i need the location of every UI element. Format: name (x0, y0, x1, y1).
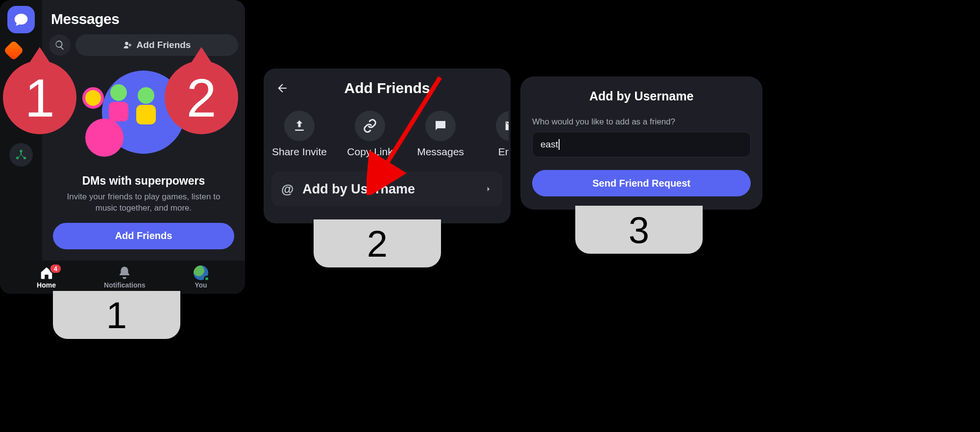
copy-link-label: Copy Link (347, 146, 392, 158)
share-row: Share Invite Copy Link Messages Email Me… (266, 111, 509, 158)
tab-home-label: Home (37, 281, 56, 289)
username-input-value: east (540, 139, 558, 150)
server-hub-button[interactable] (9, 143, 33, 167)
step-label-2: 2 (314, 219, 441, 267)
share-email[interactable]: Email (484, 111, 509, 158)
share-icon (292, 119, 307, 133)
home-badge: 4 (49, 264, 62, 274)
back-button[interactable] (274, 80, 290, 96)
add-friends-cta[interactable]: Add Friends (53, 223, 234, 249)
bell-icon (117, 265, 132, 280)
share-messages[interactable]: Messages (414, 111, 467, 158)
callout-label: 2 (186, 67, 216, 129)
add-by-username-row[interactable]: @ Add by Username (271, 171, 503, 207)
at-icon: @ (281, 182, 294, 197)
bottom-tabbar: 4 Home Notifications You (0, 261, 245, 294)
share-email-label: Email (498, 146, 509, 158)
copy-link[interactable]: Copy Link (343, 111, 397, 158)
server-item[interactable] (3, 40, 24, 61)
arrow-left-icon (276, 82, 289, 95)
annotation-callout-1: 1 (3, 61, 76, 134)
hero-accent-2 (82, 87, 104, 109)
sheet-title: Add by Username (532, 89, 751, 103)
email-icon (504, 119, 509, 133)
tab-you-label: You (195, 281, 207, 289)
link-icon (363, 119, 377, 133)
avatar (194, 265, 208, 280)
tab-notifications[interactable]: Notifications (104, 265, 146, 289)
prompt-text: Who would you like to add as a friend? (532, 117, 751, 127)
hero-character-2 (132, 87, 160, 126)
share-invite-label: Share Invite (272, 146, 327, 158)
server-rail (0, 0, 42, 294)
add-friends-pill-label: Add Friends (137, 40, 191, 50)
add-friends-cta-label: Add Friends (115, 230, 172, 241)
step-number: 2 (367, 222, 388, 265)
tab-home[interactable]: 4 Home (37, 265, 56, 289)
add-friends-sheet: Add Friends Share Invite Copy Link Messa… (264, 69, 511, 223)
messages-main: Messages Add Friends DMs with superpower… (42, 0, 245, 294)
chat-bubble-icon (13, 12, 29, 27)
step-number: 1 (106, 294, 127, 336)
hero-character-1 (104, 84, 133, 123)
tab-notifications-label: Notifications (104, 281, 146, 289)
add-by-username-label: Add by Username (302, 182, 415, 197)
presence-dot (204, 276, 210, 282)
svg-point-0 (20, 150, 22, 152)
hub-icon (15, 148, 27, 161)
tab-you[interactable]: You (194, 265, 208, 289)
sheet-header: Add Friends (266, 77, 509, 99)
annotation-callout-2: 2 (165, 61, 238, 134)
step-label-1: 1 (53, 291, 180, 339)
share-messages-label: Messages (417, 146, 464, 158)
add-friend-icon (123, 40, 133, 50)
sheet-title: Add Friends (344, 80, 430, 96)
share-invite[interactable]: Share Invite (272, 111, 326, 158)
chevron-right-icon (484, 182, 493, 197)
username-input[interactable]: east (532, 132, 751, 157)
send-friend-request-button[interactable]: Send Friend Request (532, 170, 751, 196)
text-cursor (559, 139, 560, 150)
add-by-username-sheet: Add by Username Who would you like to ad… (520, 76, 762, 210)
svg-point-1 (16, 157, 19, 159)
callout-label: 1 (24, 67, 54, 129)
hero-accent-1 (85, 119, 123, 157)
search-icon (54, 40, 65, 50)
svg-point-2 (24, 157, 26, 159)
messages-screen: Messages Add Friends DMs with superpower… (0, 0, 245, 294)
send-label: Send Friend Request (592, 178, 690, 189)
step-number: 3 (629, 209, 649, 251)
hero-description: Invite your friends to play games, liste… (58, 192, 229, 214)
page-title: Messages (51, 11, 238, 27)
hero-title: DMs with superpowers (49, 174, 238, 188)
messages-icon (433, 119, 448, 133)
dm-home-button[interactable] (7, 6, 35, 33)
step-label-3: 3 (575, 206, 703, 254)
